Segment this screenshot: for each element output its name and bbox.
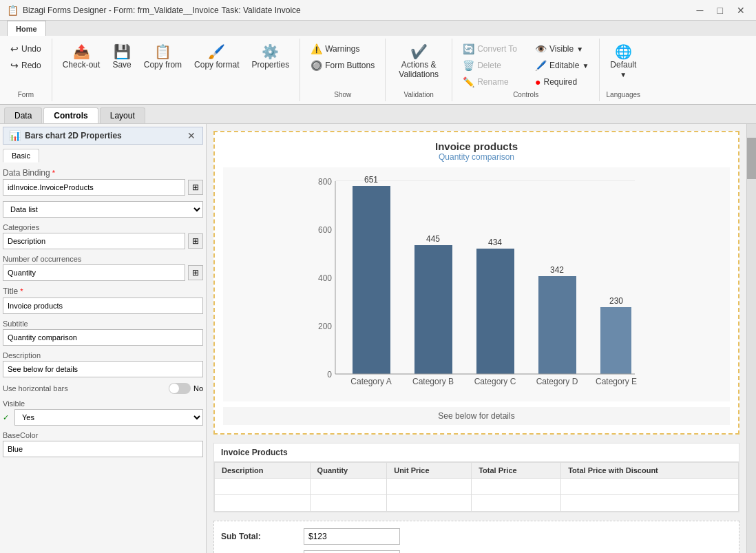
properties-button[interactable]: ⚙️ Properties (246, 41, 294, 73)
svg-text:400: 400 (318, 273, 332, 283)
ribbon-controls-buttons: 🔄 Convert To 🗑️ Delete ✏️ Rename 👁️ (458, 41, 594, 90)
categories-browse-button[interactable]: ⊞ (188, 233, 203, 249)
controls-group-label: Controls (458, 90, 594, 98)
invoice-table-title: Invoice Products (214, 444, 739, 462)
bar-chart-svg: 800 600 400 200 0 651 (230, 174, 723, 395)
warnings-button[interactable]: ⚠️ Warnings (306, 41, 379, 56)
title-label: Title (3, 286, 203, 296)
validation-group-label: Validation (391, 90, 446, 98)
editable-dropdown-icon[interactable]: ▼ (582, 62, 589, 70)
title-field: Title (3, 286, 203, 314)
horizontal-bars-label: Use horizontal bars (3, 384, 68, 393)
form-buttons-icon: 🔘 (311, 60, 322, 71)
ribbon-section-controls: 🔄 Convert To 🗑️ Delete ✏️ Rename 👁️ (452, 39, 600, 101)
default-language-button[interactable]: 🌐 Default ▼ (605, 41, 641, 82)
subtotal-row: Sub Total: (221, 528, 732, 545)
col-quantity: Quantity (310, 463, 387, 479)
convert-to-button[interactable]: 🔄 Convert To (458, 41, 522, 56)
scroll-thumb[interactable] (747, 138, 756, 179)
right-scrollbar[interactable] (746, 124, 756, 553)
svg-text:Category C: Category C (474, 377, 516, 386)
form-buttons-button[interactable]: 🔘 Form Buttons (306, 58, 379, 73)
bars-chart-icon: 📊 (9, 130, 21, 141)
title-input[interactable] (3, 298, 203, 314)
panel-tab-basic[interactable]: Basic (3, 149, 39, 163)
main-layout: 📊 Bars chart 2D Properties ✕ Basic Data … (0, 124, 756, 553)
ribbon-show-buttons: ⚠️ Warnings 🔘 Form Buttons (306, 41, 379, 73)
svg-text:342: 342 (550, 265, 564, 275)
tab-layout[interactable]: Layout (100, 107, 145, 123)
tab-data[interactable]: Data (4, 107, 42, 123)
editable-icon: 🖊️ (535, 60, 547, 71)
svg-text:Category E: Category E (596, 377, 637, 386)
redo-icon: ↪ (10, 60, 19, 71)
undo-button[interactable]: ↩ Undo (6, 41, 46, 56)
categories-input[interactable] (3, 233, 185, 249)
ribbon-show-col: ⚠️ Warnings 🔘 Form Buttons (306, 41, 379, 73)
data-list-select[interactable]: Data list (3, 201, 203, 218)
empty-cell (561, 479, 739, 495)
col-unit-price: Unit Price (387, 463, 472, 479)
warnings-icon: ⚠️ (311, 43, 322, 54)
copy-format-button[interactable]: 🖌️ Copy format (189, 41, 244, 73)
empty-cell (472, 479, 561, 495)
ribbon-section-validation: ✔️ Actions & Validations Validation (386, 39, 452, 101)
svg-rect-11 (353, 186, 390, 374)
occurrences-input[interactable] (3, 264, 185, 281)
visible-icon: 👁️ (535, 43, 547, 54)
subtotal-input[interactable] (304, 528, 400, 545)
tax-input[interactable] (304, 550, 400, 553)
visible-button[interactable]: 👁️ Visible ▼ (530, 41, 594, 56)
base-color-input[interactable] (3, 441, 203, 457)
tab-controls[interactable]: Controls (43, 107, 98, 123)
validations-icon: ✔️ (410, 45, 428, 59)
close-button[interactable]: ✕ (733, 3, 749, 17)
language-dropdown-icon[interactable]: ▼ (620, 71, 627, 79)
maximize-button[interactable]: □ (713, 3, 727, 17)
editable-button[interactable]: 🖊️ Editable ▼ (530, 58, 594, 73)
checkout-button[interactable]: 📤 Check-out (58, 41, 105, 73)
occurrences-browse-button[interactable]: ⊞ (188, 265, 203, 280)
chart-subtitle: Quantity comparison (223, 152, 730, 162)
ribbon: Home ↩ Undo ↪ Redo Form (0, 21, 756, 105)
redo-button[interactable]: ↪ Redo (6, 58, 46, 73)
visible-dropdown-icon[interactable]: ▼ (576, 45, 583, 53)
tax-row: Tax: (221, 550, 732, 553)
delete-button[interactable]: 🗑️ Delete (458, 58, 522, 73)
data-binding-field: Data Binding ⊞ (3, 168, 203, 196)
rename-icon: ✏️ (463, 76, 474, 87)
invoice-table-body (215, 479, 739, 512)
chart-container: Invoice products Quantity comparison 800… (213, 131, 739, 435)
ribbon-tab-home[interactable]: Home (7, 21, 46, 36)
ribbon-validation-buttons: ✔️ Actions & Validations (391, 41, 446, 83)
horizontal-bars-toggle[interactable] (169, 383, 191, 394)
required-button[interactable]: ● Required (530, 74, 594, 90)
subtitle-label: Subtitle (3, 320, 203, 328)
data-binding-input[interactable] (3, 179, 185, 196)
languages-group-label: Languages (605, 90, 641, 98)
panel-close-button[interactable]: ✕ (186, 130, 197, 141)
horizontal-bars-control: No (169, 383, 203, 394)
save-button[interactable]: 💾 Save (107, 41, 136, 73)
visible-select[interactable]: Yes No (14, 409, 203, 426)
data-binding-row: ⊞ (3, 179, 203, 196)
svg-text:434: 434 (488, 238, 502, 247)
invoice-table-header: Description Quantity Unit Price Total Pr… (215, 463, 739, 479)
description-label: Description (3, 351, 203, 359)
panel-title: 📊 Bars chart 2D Properties (9, 130, 122, 141)
data-binding-browse-button[interactable]: ⊞ (188, 180, 203, 195)
copy-format-icon: 🖌️ (208, 45, 225, 59)
copy-from-button[interactable]: 📋 Copy from (139, 41, 187, 73)
svg-text:Category A: Category A (350, 377, 391, 386)
minimize-button[interactable]: ─ (693, 3, 708, 17)
subtitle-input[interactable] (3, 329, 203, 346)
convert-to-icon: 🔄 (463, 43, 474, 54)
chart-area: 800 600 400 200 0 651 (223, 167, 730, 401)
description-input[interactable] (3, 361, 203, 377)
categories-label: Categories (3, 223, 203, 231)
occurrences-field: Number of occurrences ⊞ (3, 255, 203, 281)
undo-icon: ↩ (10, 43, 19, 54)
app-icon: 📋 (7, 5, 19, 16)
rename-button[interactable]: ✏️ Rename (458, 74, 522, 90)
actions-validations-button[interactable]: ✔️ Actions & Validations (391, 41, 446, 83)
